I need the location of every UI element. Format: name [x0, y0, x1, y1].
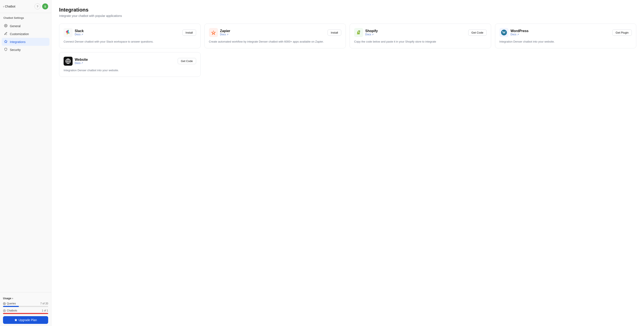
slack-install-button[interactable]: Install — [182, 29, 196, 36]
help-button[interactable]: ? — [34, 3, 40, 9]
queries-usage-row: Queries 7 of 20 — [3, 302, 48, 307]
zapier-logo — [209, 28, 218, 37]
sidebar-header: ‹ Chatbot ? S — [0, 0, 51, 13]
slack-name: Slack — [75, 29, 84, 33]
wordpress-description: Integration Denser chatbot into your web… — [500, 39, 632, 44]
sidebar-item-general[interactable]: General — [2, 22, 50, 30]
slack-description: Connect Denser chatbot with your Slack w… — [64, 39, 196, 44]
queries-progress-bar — [3, 306, 48, 307]
sidebar-item-label: Integrations — [10, 40, 26, 44]
slack-logo — [64, 28, 72, 37]
sidebar-nav: General Customization Integrations — [0, 21, 51, 291]
sidebar-item-label: Customization — [10, 32, 29, 36]
svg-point-3 — [3, 310, 6, 312]
zapier-name: Zapier — [220, 29, 230, 33]
upgrade-plan-button[interactable]: Upgrade Plan — [3, 316, 48, 324]
queries-progress-fill — [3, 306, 19, 307]
svg-point-4 — [4, 310, 5, 311]
shield-icon — [4, 48, 8, 52]
wordpress-docs-link[interactable]: Docs ↗ — [510, 33, 528, 36]
shopify-description: Copy the code below and paste it in your… — [354, 39, 487, 44]
svg-marker-1 — [4, 40, 7, 43]
external-link-icon: ↗ — [81, 62, 83, 64]
zapier-description: Create automated workflow by integrate D… — [209, 39, 342, 44]
sidebar-item-label: General — [10, 24, 20, 28]
website-card: Website Docs ↗ Get Code Integration Dens… — [59, 52, 200, 77]
svg-point-0 — [5, 25, 6, 26]
help-icon: ? — [36, 5, 38, 8]
integrations-icon — [4, 40, 8, 44]
sidebar-item-label: Security — [10, 48, 21, 51]
general-icon — [4, 24, 8, 28]
svg-marker-5 — [14, 319, 17, 321]
external-link-icon: ↗ — [372, 33, 374, 36]
sidebar-divider — [0, 292, 51, 293]
wordpress-getplugin-button[interactable]: Get Plugin — [612, 29, 632, 36]
back-button[interactable]: ‹ Chatbot — [3, 5, 33, 8]
website-name: Website — [75, 58, 88, 62]
wordpress-name: WordPress — [510, 29, 528, 33]
zapier-install-button[interactable]: Install — [328, 29, 341, 36]
usage-section: Usage › Queries 7 of 20 — [0, 294, 51, 326]
integrations-top-row: Slack Docs ↗ Install Connect Denser chat… — [59, 23, 636, 48]
sidebar: ‹ Chatbot ? S Chatbot Settings General — [0, 0, 52, 326]
sidebar-section-label: Chatbot Settings — [0, 13, 51, 21]
avatar: S — [42, 3, 48, 9]
shopify-docs-link[interactable]: Docs ↗ — [365, 33, 378, 36]
shopify-name: Shopify — [365, 29, 378, 33]
customization-icon — [4, 32, 8, 36]
external-link-icon: ↗ — [226, 33, 228, 36]
external-link-icon: ↗ — [81, 33, 83, 36]
usage-title[interactable]: Usage › — [3, 297, 48, 300]
back-icon: ‹ — [3, 5, 4, 8]
slack-docs-link[interactable]: Docs ↗ — [75, 33, 84, 36]
website-getcode-button[interactable]: Get Code — [178, 58, 196, 64]
svg-point-2 — [4, 303, 5, 304]
chatbots-progress-bar — [3, 313, 48, 314]
sidebar-item-integrations[interactable]: Integrations — [2, 38, 50, 46]
zapier-card: Zapier Docs ↗ Install Create automated w… — [204, 23, 346, 48]
wordpress-logo: W — [500, 28, 508, 37]
chatbots-usage-row: Chatbots 1 of 1 — [3, 309, 48, 314]
sidebar-item-customization[interactable]: Customization — [2, 30, 50, 38]
slack-card: Slack Docs ↗ Install Connect Denser chat… — [59, 23, 200, 48]
page-subtitle: Integrate your chatbot with popular appl… — [59, 14, 636, 17]
website-description: Integration Denser chatbot into your web… — [64, 68, 196, 72]
chatbots-progress-fill — [3, 313, 48, 314]
main-content: Integrations Integrate your chatbot with… — [52, 0, 644, 326]
zapier-docs-link[interactable]: Docs ↗ — [220, 33, 230, 36]
svg-text:W: W — [502, 30, 506, 34]
wordpress-card: W WordPress Docs ↗ Get Plugin Integratio… — [495, 23, 636, 48]
integrations-bottom-row: Website Docs ↗ Get Code Integration Dens… — [59, 52, 636, 77]
shopify-card: Shopify Docs ↗ Get Code Copy the code be… — [350, 23, 491, 48]
sidebar-item-security[interactable]: Security — [2, 46, 50, 54]
external-link-icon: ↗ — [517, 33, 519, 36]
page-title: Integrations — [59, 7, 636, 13]
shopify-logo — [354, 28, 363, 37]
website-logo — [64, 57, 72, 66]
shopify-getcode-button[interactable]: Get Code — [468, 29, 487, 36]
website-docs-link[interactable]: Docs ↗ — [75, 62, 88, 65]
back-label: Chatbot — [5, 5, 16, 8]
